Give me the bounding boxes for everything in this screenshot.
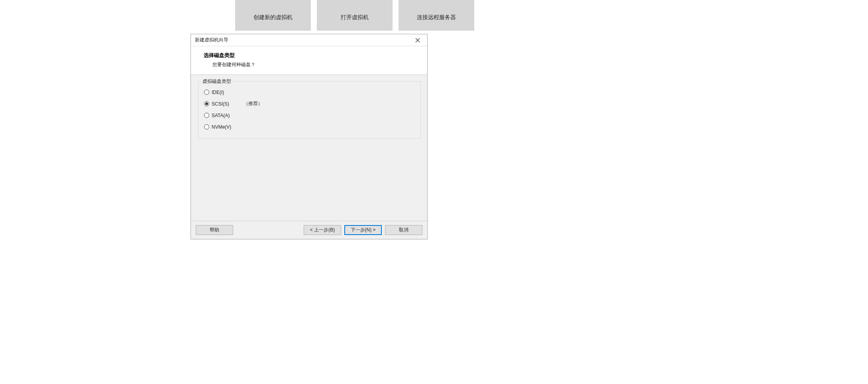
- radio-icon: [204, 124, 209, 129]
- tile-create-vm[interactable]: 创建新的虚拟机: [235, 0, 311, 31]
- tile-open-vm[interactable]: 打开虚拟机: [317, 0, 393, 31]
- radio-scsi[interactable]: SCSI(S) （推荐）: [202, 98, 416, 110]
- button-label: 帮助: [210, 227, 219, 233]
- recommended-label: （推荐）: [244, 100, 263, 107]
- radio-label: SCSI(S): [212, 101, 229, 107]
- new-vm-wizard-dialog: 新建虚拟机向导 选择磁盘类型 您要创建何种磁盘？ 虚拟磁盘类型 IDE(I) S…: [190, 34, 428, 239]
- back-button[interactable]: < 上一步(B): [304, 225, 341, 235]
- cancel-button[interactable]: 取消: [385, 225, 422, 235]
- disk-type-group: 虚拟磁盘类型 IDE(I) SCSI(S) （推荐） SATA(A) NVMe(…: [198, 81, 421, 139]
- button-label: 下一步(N) >: [351, 227, 376, 233]
- radio-label: SATA(A): [212, 113, 230, 118]
- tile-label: 创建新的虚拟机: [253, 14, 293, 21]
- next-button[interactable]: 下一步(N) >: [344, 225, 382, 235]
- dialog-titlebar: 新建虚拟机向导: [191, 34, 427, 46]
- radio-sata[interactable]: SATA(A): [202, 110, 416, 121]
- radio-icon: [204, 90, 209, 95]
- button-label: 取消: [399, 227, 408, 233]
- tile-label: 打开虚拟机: [341, 14, 369, 21]
- button-label: < 上一步(B): [310, 227, 335, 233]
- dialog-footer: 帮助 < 上一步(B) 下一步(N) > 取消: [191, 221, 427, 239]
- radio-icon: [204, 113, 209, 118]
- header-title: 选择磁盘类型: [204, 52, 418, 59]
- home-tiles: 创建新的虚拟机 打开虚拟机 连接远程服务器: [235, 0, 474, 31]
- help-button[interactable]: 帮助: [196, 225, 233, 235]
- tile-label: 连接远程服务器: [417, 14, 456, 21]
- header-subtitle: 您要创建何种磁盘？: [204, 61, 418, 68]
- tile-connect-remote[interactable]: 连接远程服务器: [399, 0, 474, 31]
- dialog-content: 虚拟磁盘类型 IDE(I) SCSI(S) （推荐） SATA(A) NVMe(…: [191, 75, 427, 221]
- radio-ide[interactable]: IDE(I): [202, 86, 416, 98]
- radio-icon: [204, 101, 209, 106]
- radio-label: IDE(I): [212, 90, 224, 95]
- group-legend: 虚拟磁盘类型: [201, 78, 233, 85]
- radio-label: NVMe(V): [212, 124, 231, 130]
- dialog-title: 新建虚拟机向导: [195, 37, 228, 43]
- close-button[interactable]: [409, 35, 426, 46]
- close-icon: [415, 38, 420, 43]
- dialog-header: 选择磁盘类型 您要创建何种磁盘？: [191, 46, 427, 75]
- radio-nvme[interactable]: NVMe(V): [202, 121, 416, 133]
